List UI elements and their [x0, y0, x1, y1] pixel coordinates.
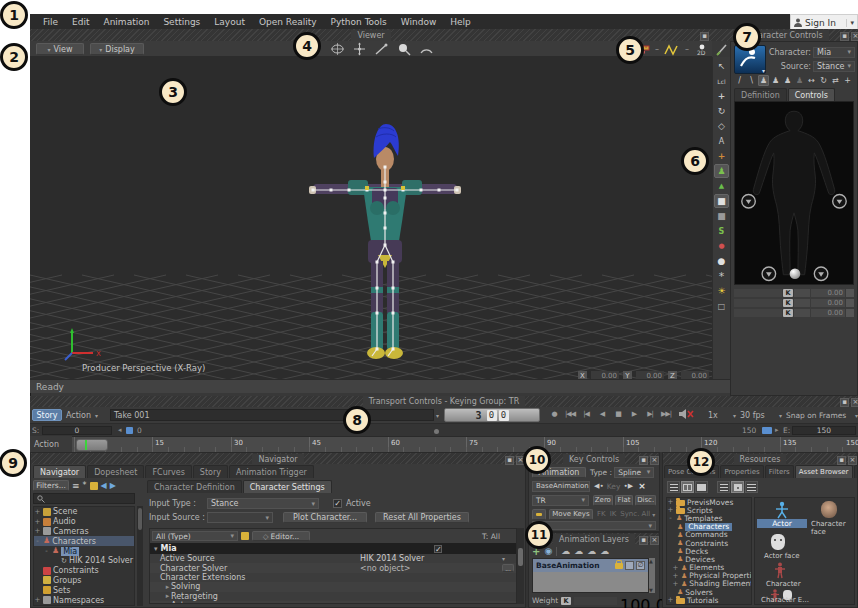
tree-only-view-icon[interactable] [667, 481, 680, 493]
character-dropdown[interactable]: Mia [813, 47, 855, 58]
speed-dropdown[interactable]: 1x▾ [708, 411, 736, 420]
object-active-checkbox[interactable]: ✓ [434, 545, 442, 553]
layer-row-base-animation[interactable]: BaseAnimation ∅ [533, 559, 648, 572]
tree-item-devices[interactable]: ♟Devices [667, 555, 751, 563]
tree-item-hik-solver[interactable]: ↻HIK 2014 Solver [34, 556, 134, 566]
menu-item-help[interactable]: Help [443, 17, 478, 27]
tree-item-tutorials[interactable]: +Tutorials [667, 596, 751, 604]
y-value-field[interactable]: 0.00 [636, 371, 664, 379]
menu-item-edit[interactable]: Edit [65, 17, 96, 27]
tree-item-characters[interactable]: ♟Characters [667, 523, 751, 531]
sign-in-caret-icon[interactable]: ▾ [846, 19, 854, 27]
layers-scrollbar[interactable]: ▲ ▼ [649, 558, 655, 593]
arc-rotate-icon[interactable] [419, 42, 434, 56]
lock-icon[interactable] [615, 563, 623, 569]
axis-toggle-icon[interactable]: + [714, 149, 729, 163]
detail-view-icon[interactable] [745, 481, 758, 493]
slider-cell[interactable] [794, 299, 810, 307]
dock-icon[interactable] [700, 32, 709, 41]
play-button[interactable]: ▶ [626, 408, 642, 420]
tab-fcurves[interactable]: FCurves [145, 465, 191, 478]
x-value-field[interactable]: 0.00 [591, 371, 619, 379]
skeleton-tool-icon[interactable]: * [714, 269, 729, 283]
pin-icon[interactable] [837, 456, 846, 465]
story-button[interactable]: Story [32, 409, 62, 421]
scrollbar-thumb[interactable] [518, 548, 523, 566]
local-global-toggle-icon[interactable]: Lcl [714, 74, 729, 88]
tree-item-shading-elements[interactable]: +♟Shading Elements [667, 580, 751, 588]
actor-face-asset-icon[interactable] [771, 534, 785, 550]
actor-asset-icon[interactable] [773, 501, 791, 519]
tab-controls[interactable]: Controls [788, 88, 835, 101]
merge-layer-icon[interactable]: ☁ [574, 546, 583, 556]
grid-scrollbar[interactable] [517, 528, 524, 604]
menu-item-file[interactable]: File [36, 17, 65, 27]
delete-layer-icon[interactable]: ☁ [600, 546, 609, 556]
source-dropdown[interactable]: Stance [813, 61, 855, 72]
reach-field[interactable] [734, 289, 782, 297]
annotate-tool-icon[interactable]: A [714, 134, 729, 148]
menu-item-python-tools[interactable]: Python Tools [324, 17, 394, 27]
layer-dropdown[interactable]: BaseAnimation [532, 481, 590, 492]
cube-primitive-icon[interactable]: ■ [714, 194, 729, 208]
pin-icon[interactable] [840, 398, 849, 407]
tree-item-decks[interactable]: ♟Decks [667, 547, 751, 555]
close-icon[interactable] [851, 398, 858, 407]
dolly-icon[interactable] [374, 42, 389, 56]
asset-item-character-face[interactable]: Character face [811, 520, 854, 536]
take-caret-icon[interactable]: ▾ [436, 412, 439, 419]
tree-scrollbar[interactable] [137, 506, 143, 606]
close-icon[interactable] [851, 32, 858, 41]
light-tool-icon[interactable]: ☀ [714, 284, 729, 298]
pin-icon[interactable] [505, 456, 514, 465]
history-back-icon[interactable]: ◀ [101, 481, 107, 490]
full-body-icon[interactable]: ♟ [758, 75, 769, 86]
disc-button[interactable]: Disc. [635, 495, 656, 506]
rotate-tool-icon[interactable]: ↻ [714, 104, 729, 118]
move-keys-button[interactable]: Move Keys [549, 509, 593, 520]
end-frame-field[interactable]: 150 [792, 426, 856, 435]
prop-row-retargeting[interactable]: ▸Retargeting [150, 592, 516, 601]
scroll-down-icon[interactable]: ▼ [649, 587, 653, 593]
duplicate-layer-icon[interactable]: ☁ [561, 546, 570, 556]
tree-item-scene[interactable]: +Scene [34, 507, 134, 517]
active-checkbox[interactable]: ✓ [333, 499, 342, 508]
z-value-field[interactable]: 0.00 [681, 371, 709, 379]
display-dropdown-button[interactable]: ▾ Display [90, 43, 144, 55]
mirror-icon[interactable]: ↔ [806, 75, 817, 86]
value-field[interactable]: 0.00 [811, 309, 845, 317]
audio-mute-icon[interactable] [678, 408, 694, 420]
close-icon[interactable] [650, 536, 659, 545]
prop-row-character-extensions[interactable]: Character Extensions [150, 573, 516, 582]
picker-wand-icon[interactable]: * [83, 481, 87, 490]
marquee-tool-icon[interactable]: □ [714, 299, 729, 313]
option-button[interactable] [846, 289, 854, 297]
translate-tool-icon[interactable]: + [714, 89, 729, 103]
history-forward-icon[interactable]: ▶ [110, 481, 116, 490]
tab-filters[interactable]: Filters [765, 465, 794, 478]
tree-item-elements[interactable]: +♟Elements [667, 564, 751, 572]
plot-character-button[interactable]: Plot Character... [283, 512, 367, 523]
type-filter-dropdown[interactable]: All (Type) [152, 531, 238, 541]
editor-button[interactable]: ◇Editor... [252, 531, 310, 541]
selection-mode-icon[interactable]: ♟ [782, 75, 793, 86]
slider-cell[interactable] [794, 289, 810, 297]
reach-field[interactable] [734, 309, 782, 317]
key-button-disabled[interactable]: Key [607, 482, 621, 491]
sphere-tool-icon[interactable]: ● [714, 254, 729, 268]
lock-icon[interactable] [241, 532, 249, 540]
tree-item-groups[interactable]: Groups [34, 576, 134, 586]
tree-item-lights[interactable]: +☀Lights [34, 605, 134, 606]
brush-icon[interactable] [715, 43, 729, 56]
3d-viewport[interactable]: X Producer Perspective (X-Ray) X 0.00 Y … [30, 57, 712, 379]
character-tool-icon[interactable]: ♟ [714, 164, 729, 178]
tree-item-templates[interactable]: -♟Templates [667, 514, 751, 522]
tree-item-sets[interactable]: Sets [34, 585, 134, 595]
tree-item-constraints[interactable]: Constraints [34, 566, 134, 576]
split-view-icon[interactable] [681, 481, 694, 493]
cone-primitive-icon[interactable]: ▲ [714, 179, 729, 193]
interpolation-dropdown[interactable]: Spline [614, 467, 654, 478]
option-button[interactable] [846, 309, 854, 317]
key-button[interactable]: K [783, 309, 793, 317]
rotate-mode-icon[interactable]: ↻ [818, 75, 829, 86]
